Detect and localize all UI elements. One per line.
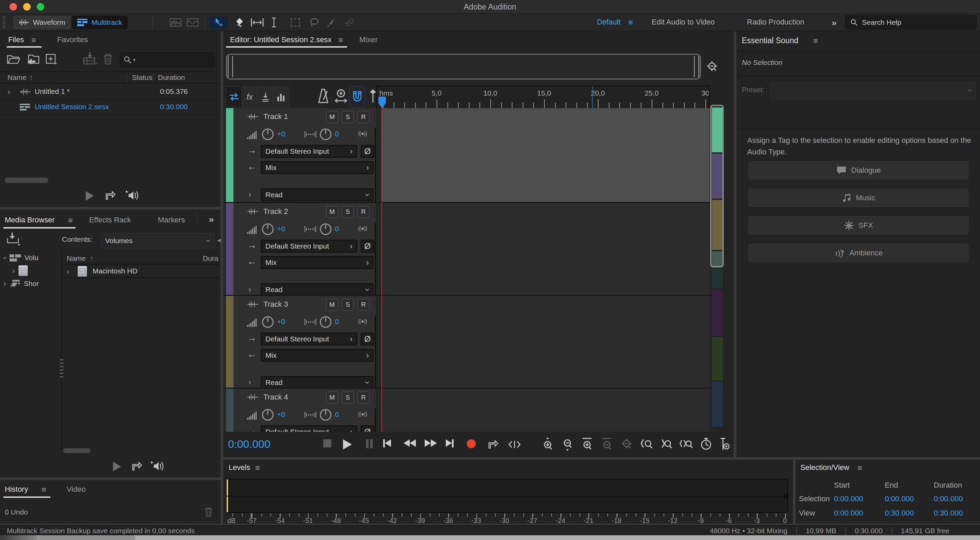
input-dropdown[interactable]: Default Stereo Input › bbox=[261, 240, 357, 253]
pause-button[interactable] bbox=[366, 439, 374, 450]
auto-play-speaker-icon[interactable] bbox=[124, 190, 139, 201]
play-preview-button[interactable] bbox=[113, 462, 121, 471]
move-tool[interactable] bbox=[210, 17, 228, 28]
record-arm-button[interactable]: R bbox=[357, 391, 369, 403]
tree-item-volumes[interactable]: › Volu bbox=[3, 253, 60, 262]
tab-media-browser[interactable]: Media Browser bbox=[5, 216, 55, 224]
files-search-box[interactable]: ▾ bbox=[120, 52, 215, 67]
toggle-clip-track-icon[interactable] bbox=[226, 87, 242, 107]
mute-button[interactable]: M bbox=[326, 206, 338, 218]
preset-dropdown[interactable]: › bbox=[770, 82, 976, 99]
fast-forward-button[interactable] bbox=[425, 439, 437, 447]
automation-mode-dropdown[interactable]: Read › bbox=[261, 376, 374, 389]
solo-button[interactable]: S bbox=[342, 206, 354, 218]
crossfade-options-icon[interactable] bbox=[334, 88, 348, 103]
volume-value[interactable]: +0 bbox=[277, 225, 285, 233]
navigator-track-block[interactable] bbox=[712, 269, 723, 288]
automation-mode-dropdown[interactable]: Read › bbox=[261, 188, 374, 201]
contents-dropdown[interactable]: Volumes › bbox=[101, 233, 215, 248]
tag-ambience-button[interactable]: Ambience bbox=[749, 244, 969, 262]
tab-history[interactable]: History bbox=[5, 485, 28, 494]
chevron-right-icon[interactable]: › bbox=[3, 279, 6, 288]
track-name[interactable]: Track 3 bbox=[263, 300, 288, 309]
list-column-duration[interactable]: Dura bbox=[203, 254, 218, 262]
tab-video[interactable]: Video bbox=[67, 485, 86, 494]
column-name[interactable]: Name bbox=[8, 73, 27, 82]
zoom-reset-icon[interactable] bbox=[620, 437, 634, 451]
navigator-track-block[interactable] bbox=[712, 382, 723, 427]
timeline-ruler[interactable]: hms 5,010,015,020,025,030 bbox=[376, 86, 710, 108]
waveform-view-button[interactable]: Waveform bbox=[13, 16, 71, 29]
workspace-tab-radio-production[interactable]: Radio Production bbox=[747, 17, 804, 27]
solo-button[interactable]: S bbox=[342, 391, 354, 403]
pan-value[interactable]: 0 bbox=[335, 410, 339, 419]
window-bottom-scrollbar[interactable] bbox=[0, 535, 980, 540]
record-arm-button[interactable]: R bbox=[357, 111, 369, 123]
tree-item-macintosh-hd[interactable]: › bbox=[12, 265, 60, 276]
track-lane[interactable] bbox=[376, 296, 710, 388]
tag-sfx-button[interactable]: SFX bbox=[749, 216, 969, 234]
automation-expand-icon[interactable]: › bbox=[248, 190, 251, 199]
trash-icon[interactable] bbox=[103, 53, 113, 65]
chevron-right-icon[interactable]: › bbox=[12, 266, 15, 275]
monitor-input-icon[interactable]: ((●)) bbox=[358, 318, 367, 324]
track-color-strip[interactable] bbox=[226, 108, 234, 202]
volume-knob[interactable] bbox=[262, 316, 274, 328]
paintbrush-tool[interactable] bbox=[324, 17, 338, 28]
volume-knob[interactable] bbox=[262, 129, 274, 140]
chevron-down-icon[interactable]: › bbox=[3, 256, 10, 259]
import-files-icon[interactable] bbox=[27, 54, 41, 65]
auto-play-speaker-icon[interactable] bbox=[150, 461, 164, 472]
waveform-display-icon[interactable] bbox=[185, 17, 200, 28]
file-name[interactable]: Untitled 1 * bbox=[35, 87, 70, 95]
pan-knob[interactable] bbox=[320, 129, 331, 140]
marquee-selection-tool[interactable] bbox=[289, 17, 302, 28]
pan-knob[interactable] bbox=[320, 409, 331, 421]
search-dropdown-icon[interactable]: ▾ bbox=[133, 57, 136, 63]
workspace-overflow-icon[interactable]: » bbox=[832, 17, 837, 28]
output-dropdown[interactable]: Mix › bbox=[261, 349, 374, 362]
tab-markers[interactable]: Markers bbox=[158, 216, 185, 224]
selection-end[interactable]: 0:00.000 bbox=[885, 494, 914, 503]
levels-menu-icon[interactable]: ≡ bbox=[255, 463, 260, 473]
pan-knob[interactable] bbox=[320, 223, 331, 235]
tree-item-shortcuts[interactable]: › Shor bbox=[3, 279, 60, 288]
phase-toggle[interactable]: Ø bbox=[361, 240, 374, 253]
search-help-box[interactable] bbox=[845, 15, 977, 30]
record-arm-button[interactable]: R bbox=[357, 206, 369, 218]
selection-start[interactable]: 0:00.000 bbox=[834, 494, 863, 503]
snapping-magnet-icon[interactable] bbox=[349, 86, 366, 108]
volume-knob[interactable] bbox=[262, 223, 274, 235]
column-duration[interactable]: Duration bbox=[158, 73, 185, 82]
go-to-start-button[interactable] bbox=[383, 439, 391, 448]
column-status[interactable]: Status bbox=[132, 73, 153, 82]
list-row-macintosh-hd[interactable]: › Macintosh HD bbox=[63, 264, 219, 278]
phase-toggle[interactable]: Ø bbox=[361, 145, 374, 158]
essential-sound-menu-icon[interactable]: ≡ bbox=[813, 36, 818, 46]
zoom-out-time-icon[interactable] bbox=[601, 437, 614, 451]
input-dropdown[interactable]: Default Stereo Input › bbox=[261, 145, 357, 158]
file-name[interactable]: Untitled Session 2.sesx bbox=[35, 103, 109, 111]
input-dropdown[interactable]: Default Stereo Input › bbox=[261, 426, 357, 432]
multitrack-view-button[interactable]: Multitrack bbox=[72, 16, 127, 29]
automation-expand-icon[interactable]: › bbox=[248, 284, 251, 294]
track-name[interactable]: Track 2 bbox=[263, 207, 288, 216]
pan-value[interactable]: 0 bbox=[335, 130, 339, 138]
routing-icon[interactable] bbox=[258, 87, 273, 107]
navigator-track-block[interactable] bbox=[712, 289, 723, 336]
tree-list-divider[interactable] bbox=[61, 252, 62, 449]
open-file-icon[interactable] bbox=[7, 54, 21, 65]
playhead-time[interactable]: 0:00.000 bbox=[228, 438, 270, 451]
mute-button[interactable]: M bbox=[326, 111, 338, 123]
automation-mode-dropdown[interactable]: Read › bbox=[261, 283, 374, 296]
selection-view-menu-icon[interactable]: ≡ bbox=[858, 463, 862, 473]
track-lane[interactable] bbox=[376, 108, 710, 202]
zoom-out-amplitude-icon[interactable] bbox=[561, 437, 575, 451]
workspace-tab-default[interactable]: Default bbox=[597, 17, 620, 27]
go-to-end-button[interactable] bbox=[446, 439, 453, 448]
panel-overflow-icon[interactable]: » bbox=[209, 214, 214, 225]
tag-music-button[interactable]: Music bbox=[749, 189, 969, 207]
file-row[interactable]: Untitled Session 2.sesx 0:30.000 bbox=[0, 100, 221, 115]
time-selection-tool[interactable] bbox=[269, 17, 279, 28]
effects-rack-icon[interactable]: fx bbox=[242, 87, 258, 107]
